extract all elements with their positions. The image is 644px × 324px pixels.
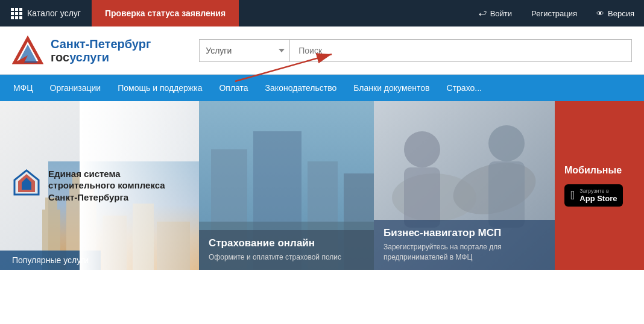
register-label: Регистрация <box>531 9 577 18</box>
check-status-label: Проверка статуса заявления <box>105 8 226 18</box>
register-button[interactable]: Регистрация <box>522 0 587 26</box>
logo-gos-uslug: госуслуги <box>51 51 151 64</box>
nav-item-legislation[interactable]: Законодательство <box>257 75 346 101</box>
nav-item-payment[interactable]: Оплата <box>210 75 256 101</box>
check-status-button[interactable]: Проверка статуса заявления <box>92 0 239 26</box>
app-store-text: Загрузите в App Store <box>579 188 617 203</box>
nav-item-documents[interactable]: Бланки документов <box>345 75 438 101</box>
card-insurance-desc: Оформите и оплатите страховой полис <box>209 252 364 263</box>
appstore-big-label: App Store <box>579 194 617 203</box>
nav-item-organizations[interactable]: Организации <box>42 75 110 101</box>
svg-point-25 <box>404 131 440 167</box>
cards-area: Единая система строительного комплекса С… <box>0 101 644 270</box>
catalog-menu-button[interactable]: Каталог услуг <box>0 0 92 26</box>
card-insurance[interactable]: Страхование онлайн Оформите и оплатите с… <box>199 101 374 270</box>
card-business[interactable]: Бизнес-навигатор МСП Зарегистрируйтесь н… <box>374 101 555 270</box>
app-store-button[interactable]:  Загрузите в App Store <box>564 184 623 207</box>
grid-icon <box>11 8 22 19</box>
apple-icon:  <box>570 189 575 201</box>
catalog-label: Каталог услуг <box>27 8 81 18</box>
card-business-overlay: Бизнес-навигатор МСП Зарегистрируйтесь н… <box>374 220 555 270</box>
logo-icon <box>12 35 43 66</box>
logo-text: Санкт-Петербург госуслуги <box>51 37 151 64</box>
svg-rect-28 <box>488 161 525 228</box>
login-icon: ⮐ <box>478 8 487 18</box>
version-button[interactable]: 👁 Версия <box>587 0 644 26</box>
search-area: Услуги <box>199 39 632 62</box>
logo[interactable]: Санкт-Петербург госуслуги <box>12 35 151 66</box>
logo-city: Санкт-Петербург <box>51 37 151 51</box>
login-label: Войти <box>490 9 512 18</box>
card-business-title: Бизнес-навигатор МСП <box>384 227 545 239</box>
nav-item-insurance[interactable]: Страхо... <box>438 75 490 101</box>
version-label: Версия <box>608 9 634 18</box>
top-nav-right: ⮐ Войти Регистрация 👁 Версия <box>469 0 644 26</box>
nav-item-help[interactable]: Помощь и поддержка <box>109 75 210 101</box>
svg-point-26 <box>488 125 525 161</box>
login-button[interactable]: ⮐ Войти <box>469 0 522 26</box>
card-business-desc: Зарегистрируйтесь на портале для предпри… <box>384 242 545 263</box>
appstore-small-label: Загрузите в <box>579 188 617 194</box>
card-insurance-overlay: Страхование онлайн Оформите и оплатите с… <box>199 230 374 270</box>
card-construction[interactable]: Единая система строительного комплекса С… <box>0 101 199 270</box>
search-input[interactable] <box>289 39 632 62</box>
site-header: Санкт-Петербург госуслуги Услуги <box>0 26 644 75</box>
card-mobile: Мобильные  Загрузите в App Store <box>555 101 644 270</box>
card-mobile-title: Мобильные <box>564 165 622 176</box>
top-navigation: Каталог услуг Проверка статуса заявления… <box>0 0 644 26</box>
svg-rect-27 <box>404 167 440 228</box>
eye-icon: 👁 <box>596 9 604 18</box>
popular-services-label: Популярные услуги <box>12 255 89 265</box>
card-insurance-title: Страхование онлайн <box>209 237 364 249</box>
main-navigation: МФЦ Организации Помощь и поддержка Оплат… <box>0 75 644 101</box>
card-construction-title: Единая система строительного комплекса С… <box>48 168 187 204</box>
nav-item-mfc[interactable]: МФЦ <box>5 75 42 101</box>
construction-logo-icon <box>12 168 41 197</box>
search-category-select[interactable]: Услуги <box>199 39 289 62</box>
